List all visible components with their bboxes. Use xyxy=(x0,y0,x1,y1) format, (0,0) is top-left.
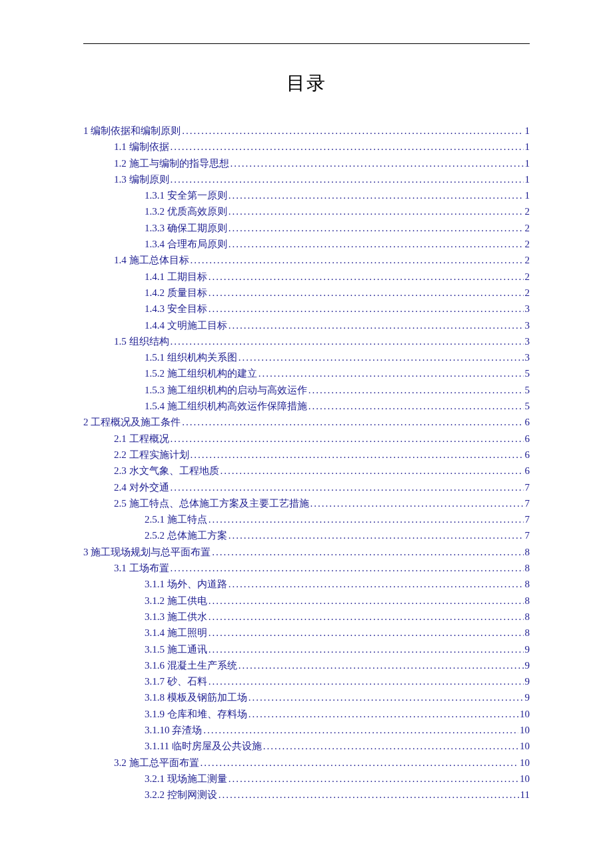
toc-entry[interactable]: 2.2 工程实施计划6 xyxy=(83,447,530,463)
toc-entry-label: 1.4 施工总体目标 xyxy=(114,252,189,268)
toc-entry-label: 2.4 对外交通 xyxy=(114,479,169,495)
toc-entry-label: 3.1.7 砂、石料 xyxy=(145,673,207,689)
toc-leader-dots xyxy=(229,576,524,592)
toc-entry-page: 9 xyxy=(525,641,530,657)
page-title: 目录 xyxy=(83,71,530,96)
toc-entry[interactable]: 2.5 施工特点、总体施工方案及主要工艺措施7 xyxy=(83,495,530,511)
toc-entry[interactable]: 3.1.11 临时房屋及公共设施10 xyxy=(83,738,530,754)
toc-entry-page: 6 xyxy=(525,447,530,463)
toc-entry-label: 1.3.1 安全第一原则 xyxy=(145,187,227,203)
toc-leader-dots xyxy=(201,755,519,771)
toc-entry[interactable]: 3.2 施工总平面布置10 xyxy=(83,755,530,771)
toc-entry[interactable]: 3.1.7 砂、石料9 xyxy=(83,673,530,689)
toc-entry-page: 11 xyxy=(520,787,530,803)
toc-entry-label: 2.1 工程概况 xyxy=(114,431,169,447)
toc-entry[interactable]: 1.3.3 确保工期原则2 xyxy=(83,220,530,236)
toc-entry-label: 3.1.1 场外、内道路 xyxy=(145,576,227,592)
toc-entry[interactable]: 3.1.3 施工供水8 xyxy=(83,609,530,625)
toc-leader-dots xyxy=(209,609,524,625)
toc-leader-dots xyxy=(229,236,524,252)
toc-entry-label: 1.3 编制原则 xyxy=(114,171,169,187)
toc-entry-label: 3.1.9 仓库和堆、存料场 xyxy=(145,706,247,722)
top-horizontal-rule xyxy=(83,43,530,44)
toc-entry[interactable]: 1.1 编制依据1 xyxy=(83,139,530,155)
toc-entry[interactable]: 1.5.3 施工组织机构的启动与高效运作5 xyxy=(83,382,530,398)
toc-entry[interactable]: 1.2 施工与编制的指导思想1 xyxy=(83,155,530,171)
toc-entry[interactable]: 3.1.8 模板及钢筋加工场9 xyxy=(83,689,530,705)
toc-leader-dots xyxy=(182,414,523,430)
toc-entry[interactable]: 1.4.4 文明施工目标3 xyxy=(83,317,530,333)
toc-entry-label: 3.1.10 弃渣场 xyxy=(145,722,202,738)
toc-entry-label: 2.5 施工特点、总体施工方案及主要工艺措施 xyxy=(114,495,309,511)
toc-entry[interactable]: 2.5.2 总体施工方案7 xyxy=(83,527,530,543)
toc-leader-dots xyxy=(259,365,524,381)
toc-entry-page: 5 xyxy=(525,365,530,381)
toc-entry[interactable]: 2.3 水文气象、工程地质6 xyxy=(83,463,530,479)
toc-entry[interactable]: 1.3.4 合理布局原则2 xyxy=(83,236,530,252)
toc-entry[interactable]: 3.1.10 弃渣场10 xyxy=(83,722,530,738)
toc-entry-page: 6 xyxy=(525,431,530,447)
toc-leader-dots xyxy=(308,398,524,414)
toc-entry[interactable]: 2.4 对外交通7 xyxy=(83,479,530,495)
toc-leader-dots xyxy=(209,269,524,285)
toc-entry-label: 3.1.8 模板及钢筋加工场 xyxy=(145,689,247,705)
toc-leader-dots xyxy=(310,495,524,511)
toc-leader-dots xyxy=(171,479,524,495)
toc-entry[interactable]: 1.4 施工总体目标2 xyxy=(83,252,530,268)
toc-entry-label: 3.1.11 临时房屋及公共设施 xyxy=(145,738,262,754)
toc-entry-label: 3.1.6 混凝土生产系统 xyxy=(145,657,237,673)
page-container: 目录 1 编制依据和编制原则11.1 编制依据11.2 施工与编制的指导思想11… xyxy=(0,0,613,843)
toc-entry[interactable]: 3.2.1 现场施工测量10 xyxy=(83,771,530,787)
toc-entry-page: 3 xyxy=(525,317,530,333)
toc-entry[interactable]: 3.1.4 施工照明8 xyxy=(83,625,530,641)
toc-entry[interactable]: 1.5.1 组织机构关系图3 xyxy=(83,349,530,365)
toc-leader-dots xyxy=(171,333,524,349)
toc-entry[interactable]: 3.1.1 场外、内道路8 xyxy=(83,576,530,592)
toc-entry-label: 1.4.2 质量目标 xyxy=(145,285,207,301)
toc-entry-label: 1.1 编制依据 xyxy=(114,139,169,155)
toc-entry[interactable]: 1.4.3 安全目标3 xyxy=(83,301,530,317)
toc-leader-dots xyxy=(231,155,524,171)
toc-entry-page: 8 xyxy=(525,560,530,576)
toc-entry[interactable]: 3 施工现场规划与总平面布置8 xyxy=(83,544,530,560)
toc-entry-page: 1 xyxy=(525,171,530,187)
toc-entry[interactable]: 3.1.2 施工供电8 xyxy=(83,593,530,609)
toc-entry-label: 3.1 工场布置 xyxy=(114,560,169,576)
toc-entry[interactable]: 1.3.2 优质高效原则2 xyxy=(83,203,530,219)
toc-leader-dots xyxy=(239,349,524,365)
toc-leader-dots xyxy=(171,139,524,155)
toc-leader-dots xyxy=(171,431,524,447)
toc-entry-page: 1 xyxy=(525,155,530,171)
toc-entry[interactable]: 1.4.2 质量目标2 xyxy=(83,285,530,301)
toc-entry[interactable]: 1.3 编制原则1 xyxy=(83,171,530,187)
toc-entry[interactable]: 2.1 工程概况6 xyxy=(83,431,530,447)
toc-entry-label: 1.3.4 合理布局原则 xyxy=(145,236,227,252)
toc-entry-label: 3.2.2 控制网测设 xyxy=(145,787,217,803)
toc-leader-dots xyxy=(203,722,518,738)
toc-entry-page: 10 xyxy=(520,722,530,738)
toc-leader-dots xyxy=(229,203,524,219)
toc-entry-page: 5 xyxy=(525,382,530,398)
toc-entry[interactable]: 3.1.5 施工通讯9 xyxy=(83,641,530,657)
toc-entry-label: 2.3 水文气象、工程地质 xyxy=(114,463,219,479)
toc-entry-label: 1.3.3 确保工期原则 xyxy=(145,220,227,236)
toc-entry-page: 9 xyxy=(525,673,530,689)
toc-entry-page: 7 xyxy=(525,495,530,511)
toc-entry[interactable]: 1.4.1 工期目标2 xyxy=(83,269,530,285)
toc-entry[interactable]: 1 编制依据和编制原则1 xyxy=(83,123,530,139)
toc-entry[interactable]: 2.5.1 施工特点7 xyxy=(83,511,530,527)
toc-entry[interactable]: 1.5 组织结构3 xyxy=(83,333,530,349)
toc-entry[interactable]: 2 工程概况及施工条件6 xyxy=(83,414,530,430)
toc-entry[interactable]: 3.1.9 仓库和堆、存料场10 xyxy=(83,706,530,722)
toc-leader-dots xyxy=(209,511,524,527)
toc-entry[interactable]: 3.1 工场布置8 xyxy=(83,560,530,576)
toc-entry-page: 6 xyxy=(525,463,530,479)
toc-entry[interactable]: 3.1.6 混凝土生产系统9 xyxy=(83,657,530,673)
toc-entry-page: 2 xyxy=(525,252,530,268)
toc-entry[interactable]: 1.5.2 施工组织机构的建立5 xyxy=(83,365,530,381)
toc-entry-page: 9 xyxy=(525,689,530,705)
toc-entry[interactable]: 1.5.4 施工组织机构高效运作保障措施5 xyxy=(83,398,530,414)
toc-entry[interactable]: 3.2.2 控制网测设11 xyxy=(83,787,530,803)
toc-entry-label: 3.1.3 施工供水 xyxy=(145,609,207,625)
toc-entry[interactable]: 1.3.1 安全第一原则1 xyxy=(83,187,530,203)
